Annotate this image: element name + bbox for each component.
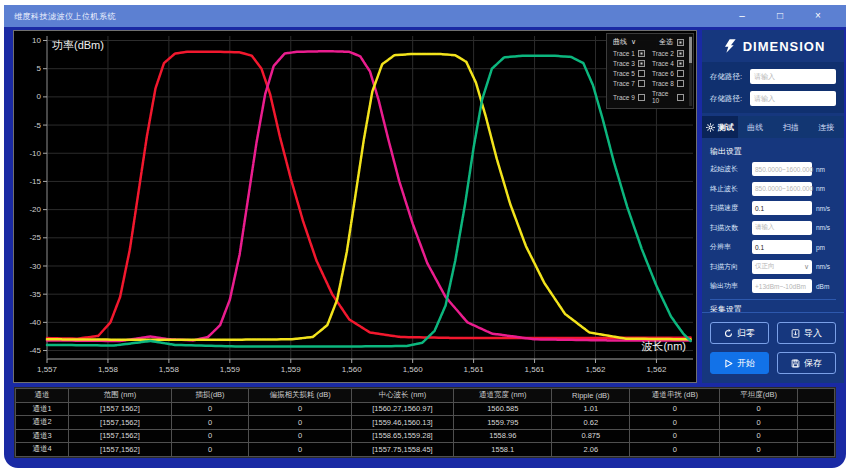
chevron-down-icon[interactable]: ∨	[631, 38, 636, 46]
section-title: 输出设置	[710, 146, 836, 157]
section-divider	[710, 299, 836, 300]
table-row[interactable]: 通道4[1557,1562]00[1557.75,1558.45]1558.12…	[16, 443, 835, 457]
close-icon[interactable]: ×	[812, 11, 824, 21]
save-icon	[791, 359, 800, 368]
tab-connect[interactable]: 连接	[809, 116, 845, 138]
legend-trace-item[interactable]: Trace 7	[613, 80, 645, 87]
maximize-icon[interactable]: □	[774, 11, 786, 21]
svg-text:-5: -5	[34, 121, 42, 130]
legend-trace-item[interactable]: Trace 8	[652, 80, 684, 87]
table-cell	[798, 416, 835, 430]
field-select[interactable]: 仅正向∨	[752, 260, 812, 274]
table-cell: 0	[720, 429, 798, 443]
field-value: 0.1	[755, 205, 764, 212]
spectrum-chart-panel: 1050-5-10-15-20-25-30-35-40-451,5571,558…	[13, 30, 697, 383]
storage-path-input[interactable]: 请输入	[750, 69, 836, 84]
legend-items: Trace 1Trace 2Trace 3Trace 4Trace 5Trace…	[613, 50, 684, 104]
field-value: 850.0000~1600.000	[755, 185, 813, 192]
tab-connect-label: 连接	[818, 122, 834, 133]
table-cell: [1557,1562]	[69, 416, 171, 430]
trace-checkbox[interactable]	[638, 70, 645, 77]
field-label: 终止波长	[710, 184, 748, 194]
storage-path-input[interactable]: 请输入	[750, 91, 836, 106]
table-cell	[798, 429, 835, 443]
chevron-down-icon[interactable]: ∨	[804, 263, 809, 271]
trace-checkbox[interactable]	[677, 94, 684, 101]
svg-text:1,560: 1,560	[342, 365, 363, 374]
table-cell: 0	[720, 443, 798, 457]
trace-checkbox[interactable]	[638, 60, 645, 67]
field-value: 850.0000~1600.000	[755, 166, 813, 173]
trace-checkbox[interactable]	[638, 94, 645, 101]
table-header: 中心波长 (nm)	[351, 389, 453, 403]
form-sections: 输出设置起始波长850.0000~1600.000nm终止波长850.0000~…	[702, 138, 844, 312]
trace-checkbox[interactable]	[677, 80, 684, 87]
table-cell: [1557,1562]	[69, 429, 171, 443]
trace-label: Trace 6	[652, 70, 674, 77]
select-all-checkbox[interactable]	[677, 39, 684, 46]
legend-trace-item[interactable]: Trace 10	[652, 90, 684, 104]
field-input[interactable]: 请输入	[752, 221, 812, 235]
form-row: 扫描速度0.1nm/s	[710, 201, 836, 215]
legend-trace-item[interactable]: Trace 4	[652, 60, 684, 67]
field-input[interactable]: 850.0000~1600.000	[752, 162, 812, 176]
field-label: 分辨率	[710, 242, 748, 252]
field-input[interactable]: 850.0000~1600.000	[752, 182, 812, 196]
trace-checkbox[interactable]	[638, 80, 645, 87]
table-row[interactable]: 通道1[1557 1562]00[1560.27,1560.97]1560.58…	[16, 402, 835, 416]
legend-trace-item[interactable]: Trace 6	[652, 70, 684, 77]
tab-test-label: 测试	[718, 122, 734, 133]
form-row: 终止波长850.0000~1600.000nm	[710, 182, 836, 196]
tab-scan[interactable]: 扫描	[773, 116, 809, 138]
legend-title: 曲线	[613, 37, 627, 47]
trace-label: Trace 7	[613, 80, 635, 87]
save-button[interactable]: 保存	[777, 352, 836, 374]
legend-trace-item[interactable]: Trace 5	[613, 70, 645, 77]
trace-label: Trace 2	[652, 50, 674, 57]
legend-scrollbar[interactable]	[689, 36, 692, 106]
tab-test[interactable]: 测试	[702, 116, 738, 138]
svg-text:1,562: 1,562	[646, 365, 667, 374]
field-unit: nm/s	[816, 205, 836, 212]
legend-trace-item[interactable]: Trace 2	[652, 50, 684, 57]
svg-text:-15: -15	[29, 177, 41, 186]
table-cell: 0	[171, 429, 249, 443]
table-row[interactable]: 通道3[1557,1562]00[1558.65,1559.28]1558.96…	[16, 429, 835, 443]
reset-button[interactable]: 归零	[710, 322, 769, 344]
table-cell: 通道4	[16, 443, 69, 457]
field-label: 扫描方向	[710, 262, 748, 272]
start-button[interactable]: 开始	[710, 352, 769, 374]
storage-panel: 存储路径: 请输入 存储路径: 请输入	[702, 62, 844, 113]
trace-checkbox[interactable]	[677, 50, 684, 57]
trace-label: Trace 3	[613, 60, 635, 67]
field-unit: dBm	[816, 283, 836, 290]
trace-checkbox[interactable]	[677, 70, 684, 77]
trace-checkbox[interactable]	[638, 50, 645, 57]
trace-checkbox[interactable]	[677, 60, 684, 67]
tab-curve[interactable]: 曲线	[738, 116, 774, 138]
table-cell	[798, 402, 835, 416]
start-button-label: 开始	[737, 357, 755, 370]
table-header: 插损(dB)	[171, 389, 249, 403]
minimize-icon[interactable]: –	[736, 11, 748, 21]
table-cell: 0	[171, 443, 249, 457]
svg-text:-25: -25	[29, 233, 41, 242]
import-button[interactable]: 导入	[777, 322, 836, 344]
field-input[interactable]: +13dBm~-10dBm	[752, 279, 812, 293]
svg-text:-40: -40	[29, 318, 41, 327]
legend-scrollbar-thumb[interactable]	[689, 37, 692, 63]
table-cell: 0	[249, 416, 351, 430]
table-header: 平坦度(dB)	[720, 389, 798, 403]
svg-text:0: 0	[37, 92, 42, 101]
svg-text:1,557: 1,557	[37, 365, 58, 374]
svg-text:1,558: 1,558	[159, 365, 180, 374]
field-input[interactable]: 0.1	[752, 201, 812, 215]
table-row[interactable]: 通道2[1557,1562]00[1559.46,1560.13]1559.79…	[16, 416, 835, 430]
table-cell: 0	[720, 402, 798, 416]
legend-trace-item[interactable]: Trace 3	[613, 60, 645, 67]
legend-trace-item[interactable]: Trace 1	[613, 50, 645, 57]
tab-scan-label: 扫描	[783, 122, 799, 133]
legend-trace-item[interactable]: Trace 9	[613, 90, 645, 104]
field-input[interactable]: 0.1	[752, 240, 812, 254]
table-header: 偏振相关损耗 (dB)	[249, 389, 351, 403]
